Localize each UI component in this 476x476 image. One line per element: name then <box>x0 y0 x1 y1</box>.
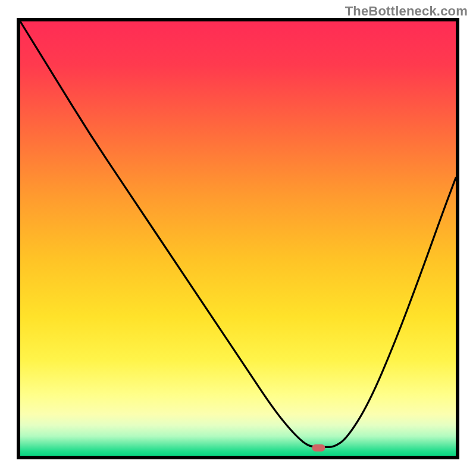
chart-canvas-stack <box>0 0 476 476</box>
watermark-label: TheBottleneck.com <box>345 4 468 19</box>
chart-wrapper: TheBottleneck.com <box>0 0 476 476</box>
chart-plot-canvas <box>0 0 476 476</box>
